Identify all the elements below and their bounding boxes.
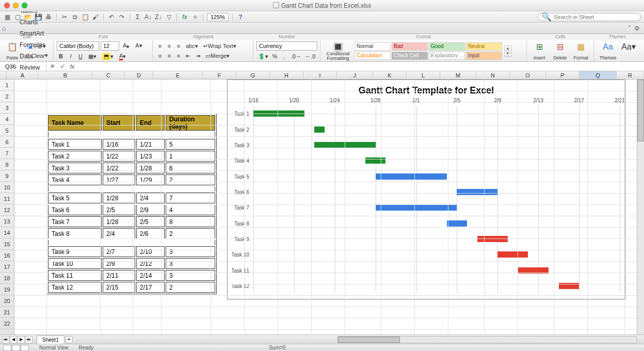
- currency-icon[interactable]: 💲▾: [256, 52, 269, 60]
- table-cell[interactable]: 2/9: [136, 204, 165, 215]
- column-header[interactable]: O: [510, 71, 546, 79]
- table-cell[interactable]: Task 6: [48, 204, 102, 215]
- gantt-bar[interactable]: [376, 173, 447, 180]
- sheet-first-icon[interactable]: ⏮: [2, 336, 9, 343]
- column-header[interactable]: L: [407, 71, 440, 79]
- vertical-scrollbar[interactable]: [637, 79, 644, 337]
- decrease-indent-icon[interactable]: ⇤: [184, 52, 192, 60]
- font-color-button[interactable]: A▾: [117, 52, 128, 60]
- row-header[interactable]: 3: [0, 102, 14, 114]
- table-row[interactable]: Task 31/221/286: [48, 163, 215, 173]
- column-header[interactable]: I: [303, 71, 337, 79]
- column-header[interactable]: A: [7, 71, 39, 79]
- table-cell[interactable]: 2/4: [103, 228, 135, 239]
- table-cell[interactable]: 2/11: [103, 270, 135, 281]
- row-header[interactable]: 21: [0, 307, 14, 318]
- table-cell[interactable]: Task 2: [48, 151, 102, 162]
- increase-indent-icon[interactable]: ⇥: [194, 52, 202, 60]
- table-cell[interactable]: 2/5: [136, 216, 165, 227]
- table-cell[interactable]: 8: [166, 216, 215, 227]
- paste-button[interactable]: 📋 Paste: [3, 41, 22, 61]
- orientation-icon[interactable]: abc▾: [184, 42, 200, 50]
- table-cell[interactable]: 1/29: [136, 174, 165, 185]
- number-format-combo[interactable]: [256, 41, 317, 51]
- sheet-last-icon[interactable]: ⏭: [25, 336, 33, 343]
- paste-icon[interactable]: 📋: [81, 13, 89, 21]
- table-cell[interactable]: 3: [166, 270, 215, 281]
- table-cell[interactable]: 1: [166, 151, 215, 162]
- table-cell[interactable]: 2/7: [103, 246, 135, 257]
- style-explanatory[interactable]: Explanatory ...: [429, 52, 465, 60]
- style-neutral[interactable]: Neutral: [466, 42, 502, 51]
- row-header[interactable]: 5: [0, 125, 14, 136]
- sort-asc-icon[interactable]: A↓: [144, 13, 152, 21]
- table-cell[interactable]: 2/14: [136, 270, 165, 281]
- ribbon-home-icon[interactable]: ⌂: [2, 24, 11, 33]
- percent-icon[interactable]: %: [270, 52, 279, 60]
- column-header[interactable]: B: [39, 71, 92, 79]
- table-row[interactable]: Task 62/52/94: [48, 204, 215, 215]
- select-all-corner[interactable]: [0, 71, 7, 79]
- table-cell[interactable]: 2/10: [136, 246, 165, 257]
- table-cell[interactable]: 1/28: [136, 163, 165, 173]
- column-header[interactable]: G: [236, 71, 270, 79]
- row-header[interactable]: 13: [0, 216, 14, 227]
- sheet-prev-icon[interactable]: ◀: [10, 336, 17, 343]
- table-row[interactable]: Task 102/92/123: [48, 258, 215, 269]
- cancel-formula-icon[interactable]: ✕: [46, 63, 57, 70]
- align-middle-icon[interactable]: ≡: [165, 42, 173, 50]
- row-header[interactable]: 22: [0, 318, 14, 329]
- table-cell[interactable]: 7: [166, 193, 215, 203]
- fx-icon[interactable]: fx: [181, 13, 189, 21]
- delete-cells-button[interactable]: ⊟Delete: [551, 41, 569, 61]
- table-cell[interactable]: 1/28: [103, 193, 135, 203]
- redo-icon[interactable]: ↷: [118, 13, 126, 21]
- table-cell[interactable]: 2/9: [103, 258, 135, 269]
- column-header[interactable]: F: [203, 71, 236, 79]
- copy-icon[interactable]: ⧉: [71, 13, 79, 21]
- style-bad[interactable]: Bad: [392, 42, 428, 51]
- table-row[interactable]: Task 82/42/62: [48, 228, 215, 239]
- table-cell[interactable]: 1/22: [103, 163, 135, 173]
- align-left-icon[interactable]: ≡: [156, 52, 164, 60]
- gantt-chart-object[interactable]: Gantt Chart Template for Excel 1/161/201…: [227, 79, 625, 299]
- undo-icon[interactable]: ↶: [107, 13, 116, 21]
- table-cell[interactable]: Task 4: [48, 174, 102, 185]
- table-cell[interactable]: Task 3: [48, 163, 102, 173]
- style-check-cell[interactable]: Check Cell: [392, 52, 428, 60]
- row-header[interactable]: 19: [0, 284, 14, 295]
- column-header[interactable]: D: [125, 71, 153, 79]
- align-bottom-icon[interactable]: ≡: [174, 42, 183, 50]
- row-headers[interactable]: 12345678910111213141516171819202122: [0, 79, 14, 337]
- formula-input[interactable]: [77, 62, 644, 71]
- ribbon-tab-charts[interactable]: Charts: [13, 17, 52, 28]
- name-box[interactable]: Q36: [0, 62, 46, 71]
- table-row[interactable]: Task 71/282/58: [48, 216, 215, 227]
- ribbon-collapse-icon[interactable]: ˄: [628, 25, 631, 32]
- zoom-combo[interactable]: 125%: [207, 13, 229, 21]
- gantt-bar[interactable]: [497, 251, 528, 258]
- row-header[interactable]: 2: [0, 91, 14, 102]
- table-cell[interactable]: 2/12: [136, 258, 165, 269]
- help-icon[interactable]: ?: [236, 13, 245, 21]
- table-cell[interactable]: Task 11: [48, 270, 102, 281]
- table-cell[interactable]: Task 7: [48, 216, 102, 227]
- gantt-bar[interactable]: [457, 189, 497, 195]
- row-header[interactable]: 15: [0, 238, 14, 250]
- wrap-text-button[interactable]: ↵ Wrap Text ▾: [201, 42, 238, 50]
- align-top-icon[interactable]: ≡: [156, 42, 164, 50]
- borders-button[interactable]: ▦▾: [86, 52, 99, 60]
- fill-color-button[interactable]: ⬒▾: [100, 52, 116, 60]
- increase-font-icon[interactable]: A▴: [121, 41, 132, 50]
- decrease-font-icon[interactable]: A▾: [133, 41, 144, 50]
- row-header[interactable]: 20: [0, 295, 14, 307]
- page-break-view-icon[interactable]: [21, 345, 29, 351]
- show-formulas-icon[interactable]: ⌗: [191, 13, 199, 21]
- fill-button[interactable]: ◪ Fill ▾: [24, 42, 50, 51]
- sheet-tab-sheet1[interactable]: Sheet1: [37, 336, 65, 344]
- insert-cells-button[interactable]: ⊞Insert: [530, 41, 549, 61]
- table-cell[interactable]: 1/28: [103, 216, 135, 227]
- worksheet-grid[interactable]: 12345678910111213141516171819202122 Task…: [0, 79, 644, 337]
- table-cell[interactable]: Task 8: [48, 228, 102, 239]
- comma-icon[interactable]: ,: [280, 52, 288, 60]
